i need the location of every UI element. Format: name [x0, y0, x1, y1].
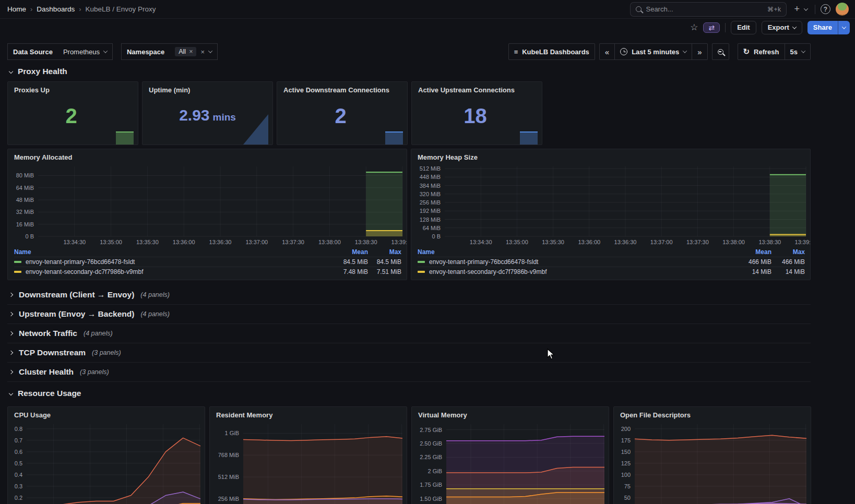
panel-title[interactable]: Resident Memory	[210, 407, 407, 420]
section-upstream-envoy-backend[interactable]: Upstream (Envoy → Backend) (4 panels)	[7, 305, 811, 324]
svg-text:384 MiB: 384 MiB	[420, 183, 441, 189]
legend-series[interactable]: envoy-tenant-secondary-dc7f7986b-v9mbf	[418, 268, 734, 275]
svg-text:13:35:30: 13:35:30	[542, 239, 564, 245]
series-color-swatch	[418, 261, 425, 263]
panel-title[interactable]: Uptime (min)	[142, 82, 272, 95]
refresh-interval-select[interactable]: 5s	[785, 43, 811, 60]
section-network-traffic[interactable]: Network Traffic (4 panels)	[7, 324, 811, 343]
legend-row: envoy-tenant-primary-76bcd66478-fsldt 84…	[14, 257, 401, 267]
panel-title[interactable]: Open File Descriptors	[614, 407, 811, 420]
user-avatar[interactable]	[836, 3, 849, 16]
svg-text:256 MiB: 256 MiB	[420, 199, 441, 206]
panel-title[interactable]: Memory Heap Size	[411, 149, 810, 162]
svg-text:13:38:00: 13:38:00	[318, 239, 341, 245]
svg-text:2.25 GiB: 2.25 GiB	[420, 454, 442, 460]
legend-mean-value: 84.5 MiB	[330, 258, 368, 266]
divider	[725, 23, 726, 32]
svg-text:0.2: 0.2	[15, 495, 22, 501]
section-tcp-downstream[interactable]: TCP Downstream (3 panels)	[7, 343, 811, 363]
search-icon	[636, 6, 642, 12]
svg-text:1.75 GiB: 1.75 GiB	[420, 482, 442, 488]
legend-col-mean[interactable]: Mean	[330, 248, 368, 256]
legend-col-mean[interactable]: Mean	[734, 248, 771, 256]
legend-col-max[interactable]: Max	[368, 248, 401, 256]
series-color-swatch	[14, 261, 21, 263]
panel-title[interactable]: Active Upstream Connections	[412, 82, 542, 95]
kubelb-dashboards-button[interactable]: ≡ KubeLB Dashboards	[508, 43, 595, 60]
svg-text:13:38:30: 13:38:30	[758, 239, 781, 245]
svg-text:13:36:00: 13:36:00	[173, 239, 195, 245]
star-icon[interactable]: ☆	[690, 22, 698, 33]
share-button[interactable]: Share	[808, 21, 838, 34]
legend-series[interactable]: envoy-tenant-primary-76bcd66478-fsldt	[418, 258, 734, 266]
svg-text:13:34:30: 13:34:30	[63, 239, 86, 245]
legend-col-name[interactable]: Name	[14, 248, 330, 256]
svg-text:0.3: 0.3	[15, 483, 22, 489]
chevron-down-icon[interactable]	[208, 49, 212, 53]
open-file-descriptors-chart: 13:35:0013:36:0013:37:0013:38:0013:39:00…	[614, 420, 811, 504]
section-proxy-health[interactable]: Proxy Health	[7, 60, 811, 81]
help-icon[interactable]: ?	[821, 4, 830, 14]
legend-col-max[interactable]: Max	[771, 248, 805, 256]
svg-text:13:36:30: 13:36:30	[209, 239, 232, 245]
resource-panel-row: CPU Usage 13:35:0013:36:0013:37:0013:38:…	[7, 406, 811, 504]
panel-title[interactable]: Active Downstream Connections	[277, 82, 407, 95]
cpu-usage-chart: 13:35:0013:36:0013:37:0013:38:0013:39:00…	[8, 420, 205, 504]
search-input[interactable]: Search... ⌘+k	[630, 2, 787, 17]
breadcrumb-dashboards[interactable]: Dashboards	[37, 5, 75, 13]
namespace-chip-all[interactable]: All ×	[175, 47, 196, 56]
svg-text:13:37:00: 13:37:00	[650, 239, 673, 245]
panel-title[interactable]: Proxies Up	[8, 82, 138, 95]
time-forward-button[interactable]: »	[692, 43, 707, 60]
swap-datasource-icon[interactable]: ⇄	[703, 22, 720, 33]
chip-close-icon[interactable]: ×	[189, 48, 193, 55]
chevron-right-icon	[9, 331, 13, 335]
svg-text:0.5: 0.5	[15, 460, 22, 466]
svg-text:2 GiB: 2 GiB	[428, 468, 442, 474]
legend-max-value: 14 MiB	[771, 268, 805, 275]
chevron-down-icon	[9, 391, 13, 395]
dashboard-action-bar: ☆ ⇄ Edit Export Share	[0, 19, 855, 36]
svg-text:13:35:30: 13:35:30	[136, 239, 159, 245]
chevron-right-icon	[9, 351, 13, 355]
datasource-select[interactable]: Prometheus	[58, 43, 113, 60]
clear-all-icon[interactable]: ×	[200, 48, 205, 56]
share-dropdown-button[interactable]	[838, 21, 850, 34]
svg-text:13:36:30: 13:36:30	[614, 239, 637, 245]
panel-memory-heap-size: Memory Heap Size 13:34:3013:35:0013:35:3…	[411, 149, 811, 280]
legend-col-name[interactable]: Name	[418, 248, 734, 256]
svg-text:512 MiB: 512 MiB	[420, 165, 441, 172]
namespace-select[interactable]: All × ×	[170, 43, 218, 60]
zoom-out-button[interactable]	[712, 43, 729, 60]
legend-series[interactable]: envoy-tenant-secondary-dc7f7986b-v9mbf	[14, 268, 330, 275]
panel-title[interactable]: Virtual Memory	[412, 407, 609, 420]
panel-title[interactable]: CPU Usage	[8, 407, 205, 420]
time-back-button[interactable]: «	[599, 43, 615, 60]
virtual-memory-chart: 13:35:0013:36:0013:37:0013:38:0013:39:00…	[412, 420, 609, 504]
time-range-picker[interactable]: Last 5 minutes	[615, 43, 692, 60]
svg-text:0 B: 0 B	[25, 233, 34, 239]
legend-table: Name Mean Max envoy-tenant-primary-76bcd…	[8, 247, 407, 280]
add-button[interactable]: +	[792, 2, 810, 16]
section-resource-usage[interactable]: Resource Usage	[7, 382, 811, 403]
search-placeholder: Search...	[646, 5, 763, 13]
breadcrumb-separator: ›	[79, 5, 81, 13]
section-downstream-client-envoy[interactable]: Downstream (Client → Envoy) (4 panels)	[7, 285, 811, 305]
svg-text:13:37:30: 13:37:30	[282, 239, 304, 245]
legend-series[interactable]: envoy-tenant-primary-76bcd66478-fsldt	[14, 258, 330, 266]
stat-value: 2	[8, 104, 138, 128]
edit-button[interactable]: Edit	[731, 21, 756, 34]
breadcrumb-home[interactable]: Home	[7, 5, 26, 13]
series-color-swatch	[418, 271, 425, 273]
svg-text:0.6: 0.6	[15, 449, 22, 455]
legend-max-value: 466 MiB	[771, 258, 805, 266]
section-cluster-health[interactable]: Cluster Health (3 panels)	[7, 363, 811, 382]
svg-text:512 MiB: 512 MiB	[218, 474, 239, 480]
panel-title[interactable]: Memory Allocated	[8, 149, 407, 162]
svg-text:64 MiB: 64 MiB	[16, 185, 34, 191]
refresh-button[interactable]: ↻ Refresh	[738, 43, 785, 60]
export-button[interactable]: Export	[762, 21, 802, 34]
sparkline	[385, 131, 403, 145]
legend-mean-value: 14 MiB	[734, 268, 771, 275]
resident-memory-chart: 13:35:0013:36:0013:37:0013:38:0013:39:00…	[210, 420, 407, 504]
